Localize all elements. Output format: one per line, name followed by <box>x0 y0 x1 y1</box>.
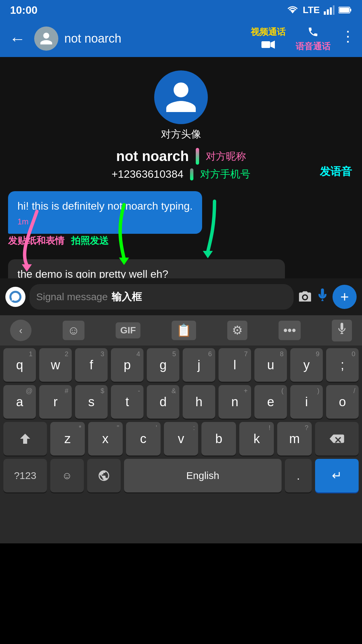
key-q[interactable]: 1q <box>3 348 36 382</box>
avatar-label: 对方头像 <box>161 127 201 141</box>
signal-icon <box>324 5 335 15</box>
key-v[interactable]: :v <box>164 422 198 455</box>
keyboard-bottom-row: ?123 ☺ English . ↵ <box>0 459 362 492</box>
key-n[interactable]: +n <box>219 385 251 419</box>
key-m[interactable]: ?m <box>277 422 312 455</box>
message-time: 1m <box>17 217 28 226</box>
key-semicolon[interactable]: 0; <box>326 348 359 382</box>
contact-info-section: 对方头像 not noarch 对方昵称 +12363610384 对方手机号 <box>0 57 362 181</box>
person-icon <box>39 31 54 46</box>
key-w[interactable]: 2w <box>39 348 72 382</box>
contact-phone-row: +12363610384 对方手机号 <box>112 167 250 181</box>
video-call-button[interactable] <box>261 38 275 52</box>
back-button[interactable]: ← <box>7 27 28 51</box>
svg-rect-4 <box>333 5 335 15</box>
keyboard-back-button[interactable]: ‹ <box>10 320 32 341</box>
keyboard-row-2: @a #r $s -t &d h +n (e )i /o <box>3 385 359 419</box>
svg-rect-7 <box>339 8 349 12</box>
svg-rect-1 <box>324 11 326 15</box>
key-c[interactable]: 'c <box>126 422 161 455</box>
keyboard-emoji-button[interactable]: ☺ <box>63 321 84 340</box>
keyboard-toolbar: ‹ ☺ GIF 📋 ⚙ ••• <box>0 315 362 345</box>
contact-nickname-annotation: 对方昵称 <box>206 150 246 163</box>
status-bar: 10:00 LTE <box>0 0 362 20</box>
svg-rect-6 <box>350 9 351 11</box>
camera-button[interactable] <box>298 289 312 305</box>
phone-bar <box>190 168 193 180</box>
key-y[interactable]: 9y <box>290 348 323 382</box>
key-h[interactable]: h <box>183 385 215 419</box>
signal-icon-logo <box>9 290 22 304</box>
input-label-annotation: 输入框 <box>112 290 142 304</box>
key-z[interactable]: *z <box>50 422 85 455</box>
key-num-switch[interactable]: ?123 <box>3 459 47 492</box>
key-emoji[interactable]: ☺ <box>50 459 84 492</box>
key-b[interactable]: b <box>201 422 236 455</box>
key-space[interactable]: English <box>124 459 282 492</box>
key-g[interactable]: 5g <box>147 348 179 382</box>
key-s[interactable]: $s <box>75 385 108 419</box>
sticker-label: 发贴纸和表情 <box>8 234 64 247</box>
key-d[interactable]: &d <box>147 385 179 419</box>
key-e[interactable]: (e <box>254 385 287 419</box>
battery-icon <box>339 6 352 14</box>
keyboard-voice-button[interactable] <box>332 320 352 341</box>
keyboard-row-1: 1q 2w 3f 4p 5g 6j 7l 8u 9y 0; <box>3 348 359 382</box>
key-period[interactable]: . <box>285 459 312 492</box>
voice-msg-label: 发语音 <box>320 165 352 177</box>
keyboard-gif-button[interactable]: GIF <box>116 322 141 338</box>
key-k[interactable]: !k <box>239 422 274 455</box>
messages-container: hi! this is definitely not noarch typing… <box>0 184 362 278</box>
voice-call-label: 语音通话 <box>296 41 330 52</box>
message-input-container[interactable]: Signal message 输入框 <box>29 284 294 310</box>
keyboard-settings-button[interactable]: ⚙ <box>227 321 247 340</box>
phone-call-button[interactable] <box>307 26 319 41</box>
photo-send-label: 拍照发送 <box>71 234 109 247</box>
contact-full-name: not noarch <box>116 148 189 164</box>
keyboard-mic-icon <box>337 322 347 336</box>
keyboard: ‹ ☺ GIF 📋 ⚙ ••• 1q 2w <box>0 315 362 543</box>
mic-icon <box>316 288 328 303</box>
color-bar <box>196 148 199 165</box>
key-f[interactable]: 3f <box>75 348 108 382</box>
key-globe[interactable] <box>87 459 121 492</box>
key-j[interactable]: 6j <box>183 348 215 382</box>
key-t[interactable]: -t <box>111 385 143 419</box>
plus-button[interactable]: + <box>333 285 357 309</box>
video-call-label: 视频通话 <box>251 26 286 38</box>
key-i[interactable]: )i <box>290 385 323 419</box>
keyboard-row-3: *z "x 'c :v b !k ?m <box>3 422 359 455</box>
shift-icon <box>19 433 31 445</box>
svg-rect-3 <box>330 7 332 15</box>
camera-icon <box>298 289 312 302</box>
message-sent-text: the demo is goin pretty well eh? <box>17 268 168 278</box>
sent-message-wrapper: the demo is goin pretty well eh? Now ✓✓ <box>8 259 354 278</box>
contact-name-header: not noarch <box>64 32 245 46</box>
key-x[interactable]: "x <box>88 422 123 455</box>
key-backspace[interactable] <box>315 422 359 455</box>
keyboard-rows: 1q 2w 3f 4p 5g 6j 7l 8u 9y 0; @a #r $s -… <box>0 345 362 455</box>
voice-msg-annotation: 发语音 <box>320 164 352 179</box>
keyboard-clipboard-button[interactable]: 📋 <box>172 321 196 340</box>
key-a[interactable]: @a <box>3 385 36 419</box>
key-l[interactable]: 7l <box>219 348 251 382</box>
svg-rect-16 <box>341 323 343 330</box>
mic-button[interactable] <box>316 288 328 306</box>
key-shift[interactable] <box>3 422 47 455</box>
status-icons: LTE <box>287 5 352 15</box>
more-options-button[interactable]: ⋮ <box>341 28 355 45</box>
input-placeholder: Signal message <box>36 291 108 303</box>
key-o[interactable]: /o <box>326 385 359 419</box>
contact-avatar-small <box>34 26 58 51</box>
signal-logo <box>5 287 25 307</box>
key-r[interactable]: #r <box>39 385 72 419</box>
key-u[interactable]: 8u <box>254 348 287 382</box>
wifi-icon <box>287 5 299 15</box>
keyboard-more-button[interactable]: ••• <box>279 321 301 340</box>
message-received-text: hi! this is definitely not noarch typing… <box>17 200 193 212</box>
key-enter[interactable]: ↵ <box>315 459 359 492</box>
backspace-icon <box>329 433 344 445</box>
key-p[interactable]: 4p <box>111 348 143 382</box>
message-sent: the demo is goin pretty well eh? Now ✓✓ <box>8 259 285 278</box>
input-bar: Signal message 输入框 + <box>0 278 362 315</box>
